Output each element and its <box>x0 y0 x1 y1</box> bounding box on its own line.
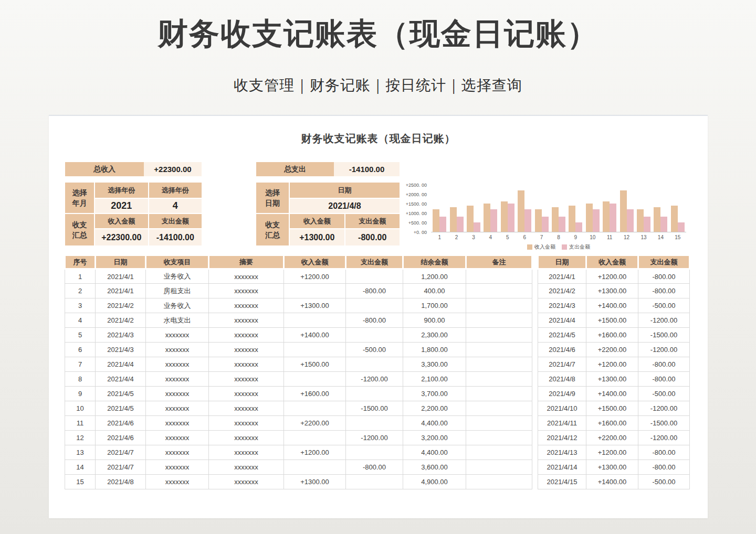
journal-header-cell: 备注 <box>466 255 532 269</box>
journal-cell: 2021/4/1 <box>96 284 146 298</box>
支出金额-bar <box>660 217 667 232</box>
date-select[interactable]: 2021/4/8 <box>290 199 400 213</box>
daily-cell: -800.00 <box>638 445 690 460</box>
支出金额-bar <box>524 209 531 232</box>
daily-cell: +1300.00 <box>586 372 638 387</box>
total-income-label: 总收入 <box>65 162 144 176</box>
收入金额-bar <box>535 209 542 232</box>
支出金额-bar <box>678 222 685 232</box>
bar-group-day-1 <box>431 209 448 232</box>
daily-row: 2021/4/11+1600.00-1500.00 <box>538 416 690 431</box>
daily-cell: 2021/4/10 <box>538 401 586 416</box>
支出金额-bar <box>627 209 634 232</box>
收入金额-bar <box>484 204 490 232</box>
journal-cell: xxxxxxx <box>209 431 284 445</box>
journal-cell: 2021/4/2 <box>96 313 146 328</box>
journal-cell: 3,300.00 <box>403 357 466 372</box>
journal-cell: 2,200.00 <box>403 401 466 416</box>
journal-cell <box>284 460 346 475</box>
journal-row: 62021/4/3xxxxxxxxxxxxxx-500.001,800.00 <box>65 343 532 357</box>
journal-cell: +1500.00 <box>284 357 346 372</box>
month-expense-header: 支出金额 <box>149 214 202 228</box>
daily-cell: +2200.00 <box>586 431 638 445</box>
daily-row: 2021/4/9+1400.00-500.00 <box>538 387 690 401</box>
x-tick-label: 2 <box>448 234 465 240</box>
daily-header-cell: 支出金额 <box>638 255 690 269</box>
journal-cell: +1400.00 <box>284 328 346 343</box>
daily-income-expense-chart: +2500. 00+2000. 00+1500. 00+1000. 00+500… <box>402 185 691 251</box>
journal-cell <box>466 460 532 475</box>
journal-cell: xxxxxxx <box>209 298 284 313</box>
total-expense-label: 总支出 <box>256 162 334 176</box>
journal-header-cell: 结余金额 <box>403 255 466 269</box>
y-tick-label: +2000. 00 <box>406 192 427 197</box>
journal-cell <box>284 313 346 328</box>
journal-cell: +1300.00 <box>284 298 346 313</box>
journal-cell: +1200.00 <box>284 445 346 460</box>
journal-cell: 400.00 <box>403 284 466 298</box>
sheet-title: 财务收支记账表（现金日记账） <box>49 132 708 146</box>
journal-cell: 2021/4/6 <box>96 416 146 431</box>
journal-cell: xxxxxxx <box>146 460 209 475</box>
daily-cell: 2021/4/5 <box>538 328 586 343</box>
journal-cell: xxxxxxx <box>209 475 284 489</box>
journal-cell: xxxxxxx <box>209 343 284 357</box>
journal-row: 42021/4/2水电支出xxxxxxx-800.00900.00 <box>65 313 532 328</box>
daily-cell: +1400.00 <box>586 298 638 313</box>
x-tick-label: 4 <box>482 234 499 240</box>
journal-cell: xxxxxxx <box>209 401 284 416</box>
daily-cell: 2021/4/6 <box>538 343 586 357</box>
journal-cell <box>346 298 403 313</box>
journal-cell: 9 <box>65 387 96 401</box>
journal-cell: xxxxxxx <box>209 357 284 372</box>
date-expense-header: 支出金额 <box>345 214 400 228</box>
journal-row: 112021/4/6xxxxxxxxxxxxxx+2200.004,400.00 <box>65 416 532 431</box>
bar-group-day-8 <box>550 207 567 232</box>
daily-row: 2021/4/1+1200.00-800.00 <box>538 269 690 284</box>
daily-cell: +1200.00 <box>586 445 638 460</box>
month-summary-label: 收支汇总 <box>65 214 94 245</box>
journal-cell: 2021/4/4 <box>96 372 146 387</box>
journal-cell: 2021/4/3 <box>96 328 146 343</box>
bar-group-day-4 <box>482 204 499 232</box>
journal-cell: 3,700.00 <box>403 387 466 401</box>
month-select[interactable]: 4 <box>149 199 202 213</box>
legend-item: 收入金额 <box>527 243 555 251</box>
journal-cell <box>466 284 532 298</box>
journal-cell: 14 <box>65 460 96 475</box>
journal-cell: 2 <box>65 284 96 298</box>
daily-cell: +1400.00 <box>586 475 638 489</box>
daily-cell: -800.00 <box>638 357 690 372</box>
journal-cell: 2021/4/3 <box>96 343 146 357</box>
bar-group-day-5 <box>499 201 516 232</box>
journal-cell: 2021/4/2 <box>96 298 146 313</box>
daily-cell: 2021/4/2 <box>538 284 586 298</box>
year-select[interactable]: 2021 <box>95 199 148 213</box>
支出金额-bar <box>439 217 446 232</box>
journal-cell: 900.00 <box>403 313 466 328</box>
date-income-header: 收入金额 <box>290 214 344 228</box>
journal-cell: xxxxxxx <box>209 416 284 431</box>
bar-group-day-12 <box>618 190 635 232</box>
page-subtitle: 收支管理｜财务记账｜按日统计｜选择查询 <box>0 76 756 95</box>
daily-cell: 2021/4/11 <box>538 416 586 431</box>
journal-cell: 12 <box>65 431 96 445</box>
journal-cell: 业务收入 <box>146 298 209 313</box>
journal-cell: 11 <box>65 416 96 431</box>
journal-cell: 1 <box>65 269 96 284</box>
journal-cell: 水电支出 <box>146 313 209 328</box>
journal-cell <box>466 328 532 343</box>
x-tick-label: 6 <box>516 234 533 240</box>
journal-cell: 2,100.00 <box>403 372 466 387</box>
journal-header-cell: 摘要 <box>209 255 284 269</box>
x-tick-label: 7 <box>533 234 550 240</box>
daily-row: 2021/4/15+1400.00-500.00 <box>538 475 690 489</box>
支出金额-bar <box>508 204 514 232</box>
daily-header-row: 日期收入金额支出金额 <box>538 255 690 269</box>
journal-row: 132021/4/7xxxxxxxxxxxxxx+1200.004,400.00 <box>65 445 532 460</box>
journal-cell: xxxxxxx <box>146 445 209 460</box>
journal-cell <box>466 313 532 328</box>
month-header: 选择年份 <box>149 183 202 198</box>
journal-cell: +1600.00 <box>284 387 346 401</box>
journal-cell <box>466 357 532 372</box>
